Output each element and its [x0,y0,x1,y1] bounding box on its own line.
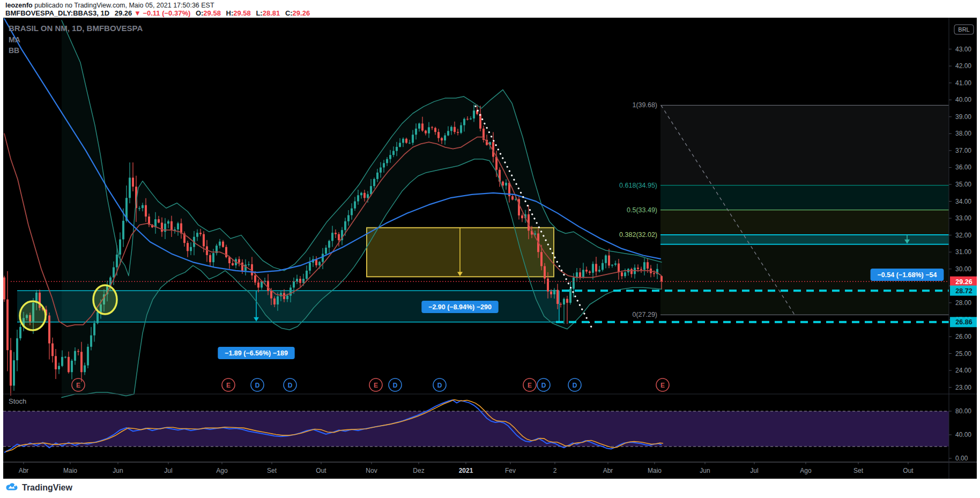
svg-text:D: D [573,382,577,389]
legend-title: BRASIL ON NM, 1D, BMFBOVESPA [9,24,143,33]
svg-text:Jul: Jul [750,467,758,474]
chart-area[interactable]: 1(39.68)0.618(34.95)0.5(33.49)0.382(32.0… [3,18,977,479]
high-value: 29.58 [233,9,251,17]
svg-text:E: E [374,382,378,389]
symbol-title[interactable]: BMFBOVESPA_DLY:BBAS3, 1D [5,9,109,17]
low-value: 28.81 [263,9,280,17]
svg-text:Jun: Jun [700,467,710,474]
svg-text:0.00: 0.00 [955,455,968,462]
price-label-badge: 29.26 [950,277,977,287]
svg-text:28.72: 28.72 [955,287,972,295]
footer-logo[interactable]: TradingView [5,481,72,495]
svg-text:42.00: 42.00 [955,62,971,70]
yellow-highlight-circle[interactable] [93,285,117,314]
open-value: 29.58 [203,9,221,17]
svg-text:80.00: 80.00 [955,407,971,415]
svg-text:Ago: Ago [800,467,812,474]
measure-label[interactable]: −2.90 (−8.94%) −290 [421,301,498,313]
svg-text:2: 2 [553,467,557,474]
svg-text:Ago: Ago [216,467,228,474]
svg-text:D: D [437,382,442,389]
symbol-line: BMFBOVESPA_DLY:BBAS3, 1D 29.26 ▼ −0.11 (… [5,9,310,17]
svg-text:Abr: Abr [603,467,613,474]
price-label-badge: 26.86 [950,317,977,327]
price-change: −0.11 (−0.37%) [143,9,190,17]
svg-text:D: D [255,382,260,389]
svg-text:E: E [226,382,231,389]
svg-text:E: E [528,382,532,389]
header: leozenfo publicado no TradingView.com, M… [5,0,976,18]
fib-level-label: 0.618(34.95) [619,182,657,189]
svg-text:24.00: 24.00 [955,367,971,374]
svg-text:Jul: Jul [164,467,172,474]
low-label: L: [256,9,262,17]
svg-text:−0.54 (−1.68%) −54: −0.54 (−1.68%) −54 [878,271,937,279]
svg-text:−2.90 (−8.94%) −290: −2.90 (−8.94%) −290 [428,303,492,311]
svg-text:28.00: 28.00 [955,299,971,307]
open-label: O: [196,9,203,17]
fib-level-label: 1(39.68) [632,101,657,109]
svg-text:43.00: 43.00 [955,46,971,53]
svg-text:29.26: 29.26 [955,278,972,286]
price-label-badge: 28.72 [950,286,977,296]
svg-text:Dez: Dez [413,467,424,474]
svg-text:2021: 2021 [459,467,473,474]
svg-text:33.00: 33.00 [955,214,971,222]
down-triangle-icon: ▼ [134,9,141,17]
svg-text:25.00: 25.00 [955,350,971,358]
legend-ma: MA [9,35,20,44]
stoch-label: Stoch [9,397,26,405]
fib-level-label: 0.382(32.02) [619,231,657,239]
svg-text:D: D [541,382,546,389]
svg-text:−1.89 (−6.56%) −189: −1.89 (−6.56%) −189 [225,350,288,357]
svg-text:Maio: Maio [63,467,77,474]
chart-canvas[interactable]: 1(39.68)0.618(34.95)0.5(33.49)0.382(32.0… [3,18,977,479]
svg-text:Set: Set [267,467,277,474]
close-value: 29.26 [293,9,310,17]
last-price: 29.26 [115,9,132,17]
svg-text:Nov: Nov [366,467,377,474]
tradingview-snapshot-page: leozenfo publicado no TradingView.com, M… [0,0,980,498]
svg-text:Maio: Maio [648,467,662,474]
byline-text: publicado no TradingView.com, Maio 05, 2… [33,2,214,9]
svg-text:41.00: 41.00 [955,79,971,87]
svg-text:30.00: 30.00 [955,265,971,273]
svg-text:40.00: 40.00 [955,96,971,103]
svg-text:E: E [76,382,80,389]
fib-retracement[interactable]: 1(39.68)0.618(34.95)0.5(33.49)0.382(32.0… [619,101,949,318]
svg-text:Set: Set [853,467,864,474]
svg-text:26.00: 26.00 [955,333,971,340]
svg-text:38.00: 38.00 [955,130,971,137]
measure-label[interactable]: −1.89 (−6.56%) −189 [218,347,294,359]
svg-text:Out: Out [316,467,326,474]
tradingview-logo-text: TradingView [22,483,72,493]
svg-text:26.86: 26.86 [955,318,972,326]
svg-text:D: D [393,382,398,389]
svg-text:23.00: 23.00 [955,384,971,391]
fib-level-label: 0(27.29) [632,311,657,318]
legend-bb: BB [9,46,19,55]
yellow-highlight-circle[interactable] [20,301,46,330]
tradingview-logo-icon [5,481,18,494]
svg-text:35.00: 35.00 [955,181,971,188]
svg-text:37.00: 37.00 [955,147,971,154]
svg-text:32.00: 32.00 [955,232,971,239]
svg-text:40.00: 40.00 [955,431,971,438]
fib-level-label: 0.5(33.49) [627,206,657,214]
svg-text:36.00: 36.00 [955,163,971,171]
svg-text:E: E [660,382,665,389]
svg-text:D: D [288,382,293,389]
author-name: leozenfo [5,2,33,9]
svg-text:Abr: Abr [19,467,29,474]
svg-text:39.00: 39.00 [955,113,971,121]
svg-text:Out: Out [903,467,914,474]
svg-text:34.00: 34.00 [955,198,971,205]
measure-label[interactable]: −0.54 (−1.68%) −54 [871,269,944,281]
svg-text:BRL: BRL [958,26,969,33]
high-label: H: [226,9,234,17]
byline: leozenfo publicado no TradingView.com, M… [5,2,214,9]
svg-text:31.00: 31.00 [955,248,971,256]
close-label: C: [285,9,293,17]
svg-text:Fev: Fev [505,467,516,474]
svg-text:Jun: Jun [113,467,123,474]
